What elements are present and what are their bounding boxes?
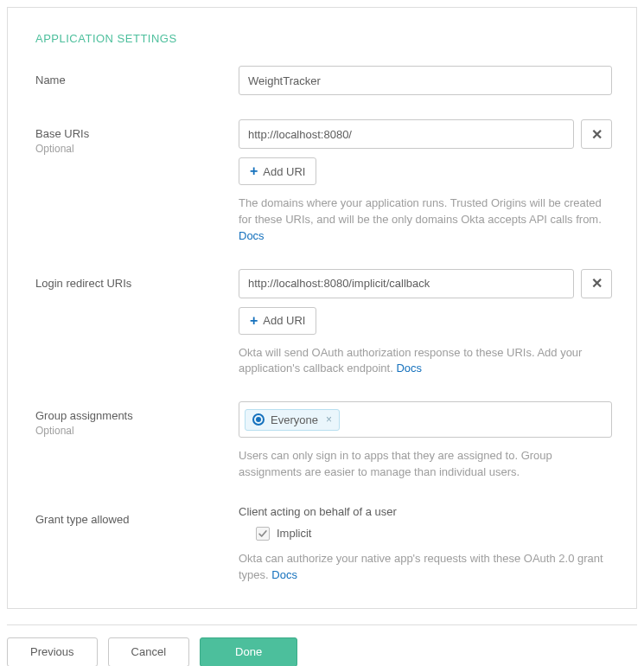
row-base-uris: Base URIs Optional ✕ + Add URI The domai…	[35, 119, 612, 245]
base-uri-docs-link[interactable]: Docs	[239, 229, 265, 242]
groups-hint: Users can only sign in to apps that they…	[239, 448, 612, 481]
login-redirect-docs-link[interactable]: Docs	[396, 362, 422, 375]
implicit-checkbox[interactable]	[256, 527, 270, 541]
cancel-button[interactable]: Cancel	[108, 637, 189, 666]
group-tag-remove[interactable]: ×	[326, 413, 332, 426]
check-icon	[258, 528, 268, 539]
footer: Previous Cancel Done	[0, 637, 644, 666]
close-icon: ✕	[591, 275, 603, 291]
name-input[interactable]	[239, 66, 612, 95]
close-icon: ✕	[591, 126, 603, 143]
settings-panel: APPLICATION SETTINGS Name Base URIs Opti…	[7, 7, 637, 609]
group-tag-everyone: Everyone ×	[245, 409, 340, 431]
group-icon	[252, 413, 265, 426]
row-groups: Group assignments Optional Everyone × Us…	[35, 401, 612, 481]
label-base-uris-sub: Optional	[35, 142, 239, 156]
login-redirect-remove-button[interactable]: ✕	[581, 269, 612, 298]
plus-icon: +	[250, 164, 258, 178]
label-base-uris: Base URIs Optional	[35, 119, 239, 156]
label-groups: Group assignments Optional	[35, 401, 239, 438]
label-name: Name	[35, 66, 239, 88]
label-grant-type: Grant type allowed	[35, 505, 239, 528]
base-uri-hint: The domains where your application runs.…	[239, 195, 612, 245]
add-base-uri-button[interactable]: + Add URI	[239, 157, 316, 185]
add-login-redirect-button[interactable]: + Add URI	[239, 307, 316, 335]
base-uri-remove-button[interactable]: ✕	[581, 119, 612, 149]
label-groups-sub: Optional	[35, 424, 239, 438]
login-redirect-hint: Okta will send OAuth authorization respo…	[239, 345, 612, 378]
section-title: APPLICATION SETTINGS	[35, 32, 612, 45]
footer-divider	[7, 624, 637, 625]
previous-button[interactable]: Previous	[7, 637, 98, 666]
implicit-label: Implicit	[277, 527, 311, 540]
base-uri-input[interactable]	[239, 119, 574, 149]
login-redirect-input[interactable]	[239, 269, 574, 298]
row-login-redirect: Login redirect URIs ✕ + Add URI Okta wil…	[35, 269, 612, 378]
group-tag-input[interactable]: Everyone ×	[239, 401, 612, 438]
done-button[interactable]: Done	[200, 637, 297, 666]
grant-subheading: Client acting on behalf of a user	[239, 505, 612, 518]
label-login-redirect: Login redirect URIs	[35, 269, 239, 291]
row-grant-type: Grant type allowed Client acting on beha…	[35, 505, 612, 584]
grant-type-docs-link[interactable]: Docs	[271, 568, 297, 581]
grant-type-hint: Okta can authorize your native app's req…	[239, 551, 612, 584]
row-name: Name	[35, 66, 612, 95]
plus-icon: +	[250, 314, 258, 328]
